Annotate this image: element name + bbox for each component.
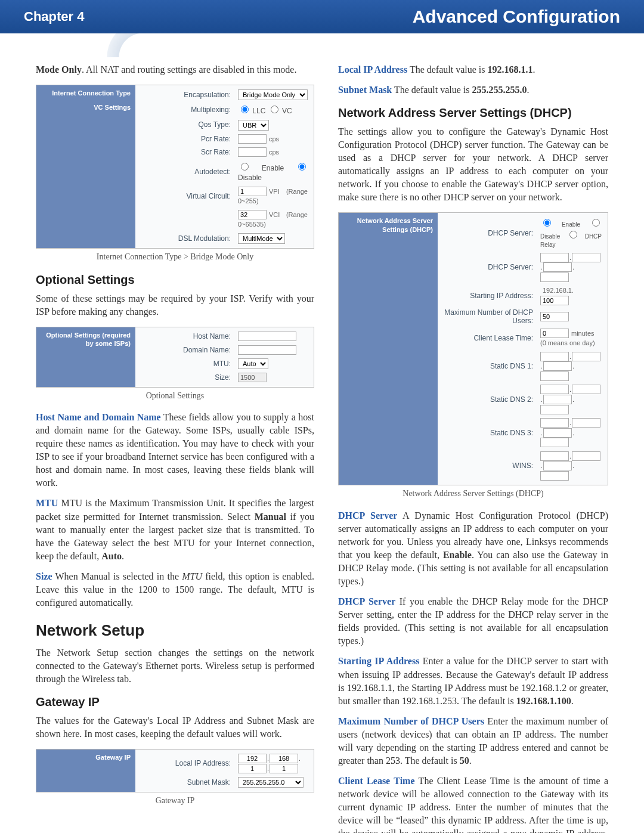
mode-only-label: Mode Only: [36, 64, 82, 75]
local-ip-para: Local IP Address The default value is 19…: [338, 63, 608, 76]
figure-side: Internet Connection Type VC Settings: [36, 85, 135, 248]
subnet-para: Subnet Mask The default value is 255.255…: [338, 83, 608, 97]
lease-para: Client Lease Time The Client Lease Time …: [338, 775, 608, 833]
dhcp-relay-ip[interactable]: ...: [540, 253, 602, 283]
dhcp-server-para: DHCP Server A Dynamic Host Configuration…: [338, 509, 608, 588]
max-users-para: Maximum Number of DHCP Users Enter the m…: [338, 715, 608, 767]
right-column: Local IP Address The default value is 19…: [338, 63, 608, 833]
host-label: Host Name:: [141, 332, 238, 342]
caption-optional: Optional Settings: [36, 390, 314, 401]
encap-label: Encapsulation:: [141, 90, 238, 100]
figure-dhcp-side: Network Address Server Settings (DHCP): [339, 213, 438, 485]
wins-input[interactable]: ...: [540, 451, 602, 481]
dhcp-server2-para: DHCP Server If you enable the DHCP Relay…: [338, 595, 608, 648]
subnet-select[interactable]: 255.255.255.0: [238, 777, 304, 788]
mode-only-text: Mode Only. All NAT and routing settings …: [36, 63, 314, 76]
dhcpsrv-label: DHCP Server:: [444, 228, 540, 239]
lease-label: Client Lease Time:: [444, 333, 540, 343]
qos-label: Qos Type:: [141, 120, 238, 130]
size-input[interactable]: [238, 373, 267, 382]
mtu-title: MTU: [36, 498, 58, 508]
start-ip-para: Starting IP Address Enter a value for th…: [338, 655, 608, 707]
gateway-ip-text: The values for the Gateway's Local IP Ad…: [36, 714, 314, 741]
network-setup-text: The Network Setup section changes the se…: [36, 646, 314, 686]
caption-gateway: Gateway IP: [36, 795, 314, 806]
domain-label: Domain Name:: [141, 345, 238, 355]
auto-label: Autodetect:: [141, 167, 238, 177]
host-domain-para: Host Name and Domain Name These fields a…: [36, 411, 314, 490]
chapter-label: Chapter 4: [24, 9, 84, 24]
figure-bridge-mode: Internet Connection Type VC Settings Enc…: [36, 85, 314, 249]
local-ip-input[interactable]: ...: [238, 754, 308, 773]
gateway-ip-heading: Gateway IP: [36, 694, 314, 711]
vpi-input[interactable]: [238, 187, 267, 196]
dhcpsrv2-label: DHCP Server:: [444, 262, 540, 272]
lease-input[interactable]: [540, 329, 569, 338]
host-input[interactable]: [238, 332, 296, 341]
encap-select[interactable]: Bridge Mode Only: [238, 89, 308, 100]
local-ip-label: Local IP Address:: [141, 758, 238, 769]
domain-input[interactable]: [238, 345, 296, 355]
mtu-select[interactable]: Auto: [238, 358, 268, 369]
size-para: Size When Manual is selected in the MTU …: [36, 570, 314, 609]
scr-input[interactable]: [238, 147, 267, 157]
figure-optional-side: Optional Settings (required by some ISPs…: [36, 327, 135, 387]
mode-only-rest: . All NAT and routing settings are disab…: [82, 64, 297, 75]
scr-label: Scr Rate:: [141, 147, 238, 157]
vci-input[interactable]: [238, 210, 267, 219]
page-body: Mode Only. All NAT and routing settings …: [0, 33, 644, 833]
dns2-input[interactable]: ...: [540, 385, 602, 414]
subnet-label: Subnet Mask:: [141, 778, 238, 788]
mux-vc[interactable]: VC: [268, 107, 292, 115]
mtu-para: MTU MTU is the Maximum Transmission Unit…: [36, 497, 314, 562]
figure-optional: Optional Settings (required by some ISPs…: [36, 327, 314, 388]
dhcp-enable[interactable]: Enable: [540, 221, 580, 228]
page-header: Chapter 4 Advanced Configuration: [0, 0, 644, 33]
dns1-label: Static DNS 1:: [444, 361, 540, 371]
optional-settings-text: Some of these settings may be required b…: [36, 292, 314, 318]
size-label: Size:: [141, 373, 238, 383]
start-ip-prefix: 192.168.1.: [543, 287, 574, 294]
figure-dhcp: Network Address Server Settings (DHCP) D…: [338, 212, 608, 485]
header-curve: [0, 33, 143, 57]
start-ip-input[interactable]: [540, 296, 569, 305]
mux-label: Multiplexing:: [141, 105, 238, 115]
qos-select[interactable]: UBR: [238, 120, 269, 131]
figure-gateway: Gateway IP Local IP Address:... Subnet M…: [36, 749, 314, 792]
mux-llc[interactable]: LLC: [238, 107, 265, 115]
network-setup-heading: Network Setup: [36, 620, 314, 642]
dns3-label: Static DNS 3:: [444, 428, 540, 438]
left-column: Mode Only. All NAT and routing settings …: [36, 63, 314, 833]
wins-label: WINS:: [444, 461, 540, 471]
dsl-select[interactable]: MultiMode: [238, 233, 285, 244]
start-ip-label: Starting IP Address:: [444, 291, 540, 301]
scr-unit: cps: [269, 148, 279, 156]
side-vc: VC Settings: [41, 103, 131, 112]
page-title: Advanced Configuration: [413, 7, 620, 27]
side-ict: Internet Connection Type: [41, 89, 131, 97]
optional-settings-heading: Optional Settings: [36, 272, 314, 289]
pcr-input[interactable]: [238, 134, 267, 144]
host-domain-title: Host Name and Domain Name: [36, 412, 161, 422]
dns3-input[interactable]: ...: [540, 418, 602, 448]
figure-main: Encapsulation:Bridge Mode Only Multiplex…: [135, 85, 314, 248]
pcr-label: Pcr Rate:: [141, 134, 238, 144]
caption-dhcp: Network Address Server Settings (DHCP): [338, 488, 608, 499]
dsl-label: DSL Modulation:: [141, 234, 238, 244]
mtu-label: MTU:: [141, 359, 238, 369]
max-users-input[interactable]: [540, 312, 569, 321]
max-users-label: Maximum Number of DHCP Users:: [444, 309, 540, 324]
dhcp-text: The settings allow you to configure the …: [338, 125, 608, 204]
dns1-input[interactable]: ...: [540, 352, 602, 382]
dhcp-heading: Network Address Server Settings (DHCP): [338, 105, 608, 122]
caption-bridge: Internet Connection Type > Bridge Mode O…: [36, 251, 314, 262]
pcr-unit: cps: [269, 135, 279, 143]
figure-gateway-side: Gateway IP: [36, 750, 135, 792]
dns2-label: Static DNS 2:: [444, 395, 540, 405]
page: Chapter 4 Advanced Configuration Mode On…: [0, 0, 644, 833]
vc-label: Virtual Circuit:: [141, 191, 238, 202]
auto-enable[interactable]: Enable: [238, 164, 284, 172]
size-title: Size: [36, 571, 52, 581]
